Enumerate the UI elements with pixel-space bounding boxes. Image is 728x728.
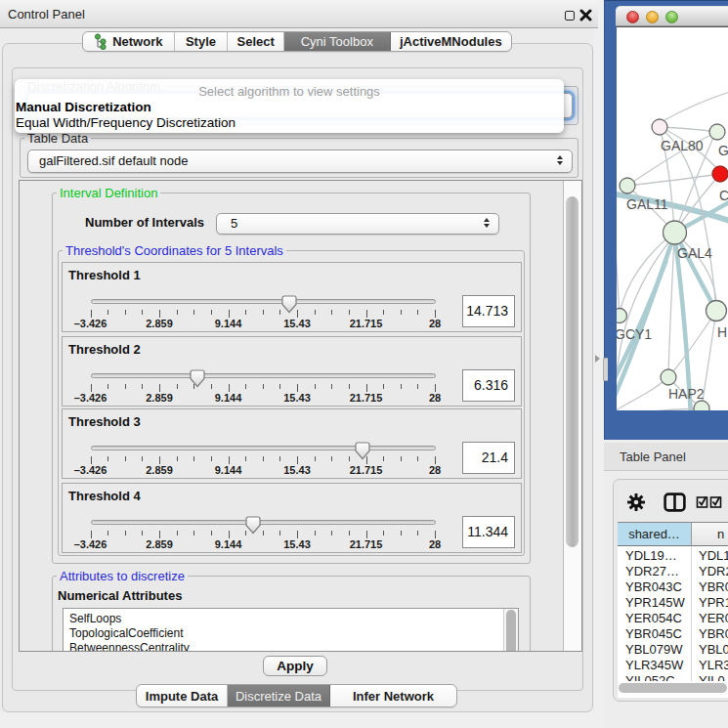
svg-text:GA: GA: [718, 143, 728, 158]
svg-text:GAL11: GAL11: [626, 196, 668, 212]
svg-text:GCY1: GCY1: [617, 326, 652, 342]
svg-text:HAP2: HAP2: [668, 386, 705, 402]
svg-text:GAL80: GAL80: [661, 138, 704, 153]
svg-text:C: C: [719, 188, 728, 203]
svg-text:H: H: [717, 324, 727, 340]
svg-text:GAL4: GAL4: [677, 245, 712, 261]
